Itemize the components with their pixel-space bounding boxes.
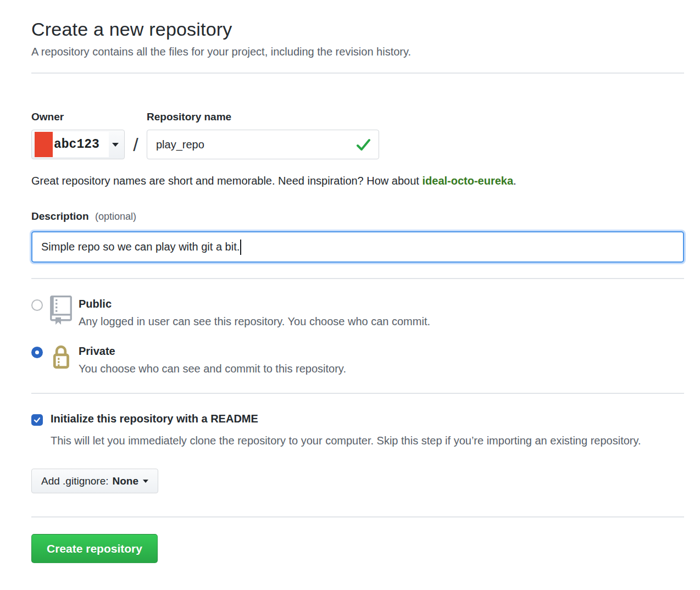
private-option-description: You choose who can see and commit to thi… [79, 363, 684, 375]
repository-name-label: Repository name [147, 111, 231, 123]
owner-avatar [35, 132, 53, 157]
gitignore-value: None [113, 475, 139, 487]
description-optional-hint: (optional) [95, 211, 136, 222]
visibility-options: Public Any logged in user can see this r… [31, 296, 684, 375]
gitignore-label: Add .gitignore: [41, 475, 109, 487]
description-value: Simple repo so we can play with git a bi… [41, 241, 240, 253]
readme-label: Initialize this repository with a README [51, 413, 641, 425]
gitignore-dropdown[interactable]: Add .gitignore: None [31, 469, 158, 493]
readme-description: This will let you immediately clone the … [51, 432, 641, 449]
readme-option: Initialize this repository with a README… [31, 413, 684, 449]
repo-book-icon [50, 296, 72, 325]
visibility-option-private: Private You choose who can see and commi… [31, 343, 684, 375]
owner-select[interactable]: abc123 [31, 130, 125, 159]
description-label: Description [31, 210, 89, 222]
lock-icon [50, 343, 72, 370]
owner-repo-separator: / [133, 134, 138, 155]
readme-checkbox[interactable] [31, 414, 43, 426]
public-radio[interactable] [31, 299, 43, 311]
page-subtitle: A repository contains all the files for … [31, 46, 684, 58]
divider [31, 393, 684, 394]
create-repo-page: Create a new repository A repository con… [0, 0, 700, 563]
create-repository-button[interactable]: Create repository [31, 534, 158, 563]
divider [31, 516, 684, 517]
owner-name: abc123 [54, 137, 99, 152]
suggested-name-link[interactable]: ideal-octo-eureka [422, 175, 513, 187]
name-controls-row: abc123 / play_repo [31, 130, 684, 159]
valid-check-icon [356, 137, 371, 152]
owner-label: Owner [31, 111, 64, 123]
checkmark-icon [33, 416, 41, 424]
divider [31, 73, 684, 74]
private-option-label: Private [79, 345, 684, 358]
description-input[interactable]: Simple repo so we can play with git a bi… [31, 231, 684, 263]
chevron-down-icon [112, 143, 119, 147]
owner-identity: abc123 [35, 132, 109, 157]
divider [31, 278, 684, 279]
suggestion-text-before: Great repository names are short and mem… [31, 175, 422, 187]
text-cursor [240, 240, 241, 255]
description-label-row: Description (optional) [31, 210, 684, 222]
visibility-option-public: Public Any logged in user can see this r… [31, 296, 684, 328]
name-suggestion: Great repository names are short and mem… [31, 175, 684, 187]
chevron-down-icon [143, 480, 148, 483]
public-option-description: Any logged in user can see this reposito… [79, 315, 684, 328]
private-radio[interactable] [31, 347, 43, 358]
name-labels-row: Owner Repository name [31, 111, 684, 123]
suggestion-text-after: . [513, 175, 516, 187]
public-option-label: Public [79, 298, 684, 310]
page-title: Create a new repository [31, 19, 684, 40]
repository-name-value: play_repo [156, 138, 356, 151]
repository-name-input[interactable]: play_repo [147, 130, 379, 159]
